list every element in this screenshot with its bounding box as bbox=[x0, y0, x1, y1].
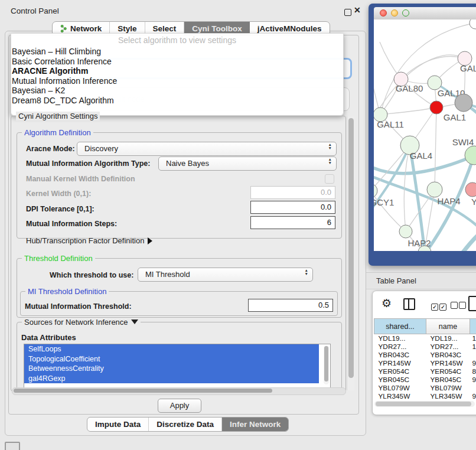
table-toolbar: ⚙ ✓✓ bbox=[372, 292, 476, 318]
apply-button[interactable]: Apply bbox=[158, 399, 201, 413]
combo-spinner-icon: ▲▼ bbox=[305, 269, 308, 275]
mi-type-combo[interactable]: Naive Bayes ▲▼ bbox=[158, 156, 337, 171]
zoom-window-icon[interactable] bbox=[402, 9, 409, 17]
column-header-shared-name[interactable]: shared... bbox=[374, 319, 426, 334]
mi-threshold-group-title: MI Threshold Definition bbox=[25, 287, 109, 296]
table-row[interactable]: YDR27...YDR27...12 bbox=[374, 343, 476, 351]
network-node[interactable] bbox=[455, 94, 472, 112]
table-cell: YBL079W bbox=[426, 384, 470, 392]
dpi-tolerance-label: DPI Tolerance [0,1]: bbox=[26, 205, 94, 213]
network-node[interactable] bbox=[399, 225, 412, 238]
network-canvas[interactable]: GALGAL80GAL10GAL1GAL11SWI4GAL4GCY1HAP4YH… bbox=[374, 19, 476, 251]
data-attributes-list[interactable]: SelfLoopsTopologicalCoefficientBetweenne… bbox=[24, 344, 331, 389]
new-table-icon[interactable] bbox=[468, 296, 476, 311]
table-row[interactable]: YBL079WYBL079W bbox=[374, 384, 476, 392]
table-row[interactable]: YDL19...YDL19...13 bbox=[374, 334, 476, 343]
table-cell: YPR145W bbox=[374, 359, 426, 367]
collapsed-panel-icon[interactable] bbox=[5, 442, 20, 450]
node-table[interactable]: shared... name YDL19...YDL19...13YDR27..… bbox=[374, 318, 476, 399]
table-row[interactable]: YBR045CYBR045C9. bbox=[374, 376, 476, 384]
table-cell: 9. bbox=[470, 359, 476, 367]
column-header-clipped[interactable] bbox=[470, 319, 476, 334]
table-cell: YDL19... bbox=[426, 334, 470, 343]
aracne-mode-combo[interactable]: Discovery ▲▼ bbox=[77, 142, 337, 156]
mi-steps-field[interactable]: 6 bbox=[250, 216, 335, 229]
float-panel-icon[interactable] bbox=[344, 9, 351, 16]
close-panel-icon[interactable]: ✕ bbox=[354, 5, 361, 15]
manual-kernel-checkbox[interactable] bbox=[325, 174, 334, 184]
scroll-thumb[interactable] bbox=[324, 346, 328, 381]
table-row[interactable]: YBR043CYBR043C bbox=[374, 351, 476, 359]
algorithm-option[interactable]: ARACNE Algorithm bbox=[11, 66, 343, 76]
settings-group-title: Cyni Algorithm Settings bbox=[16, 112, 100, 120]
network-edge bbox=[380, 107, 436, 115]
deselect-all-checkboxes-icon[interactable] bbox=[451, 301, 467, 311]
minimize-window-icon[interactable] bbox=[391, 9, 398, 17]
table-cell: 12 bbox=[470, 343, 476, 351]
table-cell: YBR045C bbox=[426, 376, 470, 384]
combo-spinner-icon: ▲▼ bbox=[328, 158, 332, 164]
bottom-tabbar: Impute Data Discretize Data Infer Networ… bbox=[87, 417, 289, 432]
which-threshold-label: Which threshold to use: bbox=[50, 271, 133, 279]
algorithm-option[interactable]: Mutual Information Inference bbox=[11, 76, 343, 86]
table-row[interactable]: YLR345WYLR345W9. bbox=[374, 392, 476, 399]
table-row[interactable]: YER054CYER054C8. bbox=[374, 367, 476, 376]
column-layout-icon[interactable] bbox=[403, 298, 415, 310]
scroll-thumb[interactable] bbox=[348, 118, 354, 378]
node-table-body: YDL19...YDL19...13YDR27...YDR27...12YBR0… bbox=[374, 334, 476, 400]
table-panel-header: Table Panel bbox=[366, 272, 476, 289]
sources-group-title[interactable]: Sources for Network Inference bbox=[22, 318, 141, 327]
network-node-label: HAP4 bbox=[437, 196, 460, 206]
which-threshold-combo[interactable]: MI Threshold ▲▼ bbox=[138, 268, 313, 282]
network-node[interactable] bbox=[465, 146, 476, 165]
network-node[interactable] bbox=[427, 182, 442, 197]
network-node[interactable] bbox=[465, 182, 476, 197]
network-node-label: SWI4 bbox=[452, 137, 474, 147]
algorithm-option[interactable]: Dream8 DC_TDC Algorithm bbox=[11, 96, 343, 106]
algorithm-option[interactable]: Bayesian – Hill Climbing bbox=[11, 47, 343, 57]
network-node[interactable] bbox=[374, 184, 377, 198]
tab-discretize-data[interactable]: Discretize Data bbox=[149, 418, 222, 431]
aracne-mode-value: Discovery bbox=[84, 144, 118, 153]
table-cell bbox=[470, 351, 476, 359]
expander-collapsed-icon bbox=[148, 237, 152, 244]
attr-items: SelfLoopsTopologicalCoefficientBetweenne… bbox=[24, 344, 330, 383]
mi-threshold-field[interactable]: 0.5 bbox=[248, 299, 333, 312]
network-window-titlebar[interactable] bbox=[374, 7, 476, 20]
kernel-width-field[interactable]: 0.0 bbox=[250, 186, 335, 199]
select-all-checkboxes-icon[interactable]: ✓✓ bbox=[431, 301, 448, 311]
column-header-name[interactable]: name bbox=[426, 319, 470, 334]
table-row[interactable]: YPR145WYPR145W9. bbox=[374, 359, 476, 367]
settings-vscrollbar[interactable] bbox=[347, 116, 354, 390]
scroll-thumb[interactable] bbox=[14, 389, 272, 393]
network-icon bbox=[60, 25, 67, 32]
table-hscrollbar[interactable] bbox=[374, 401, 475, 407]
gear-icon[interactable]: ⚙ bbox=[382, 296, 392, 310]
dpi-tolerance-field[interactable]: 0.0 bbox=[250, 201, 335, 214]
algorithm-option[interactable]: Bayesian – K2 bbox=[11, 86, 343, 96]
algorithm-dropdown-prompt: Select algorithm to view settings bbox=[11, 34, 343, 47]
table-cell: 13 bbox=[470, 334, 476, 343]
data-attribute-item[interactable]: gal4RGexp bbox=[24, 374, 319, 384]
mi-threshold-label: Mutual Information Threshold: bbox=[25, 302, 132, 311]
close-window-icon[interactable] bbox=[380, 9, 387, 17]
data-attribute-item[interactable]: BetweennessCentrality bbox=[24, 364, 319, 374]
table-cell: YPR145W bbox=[426, 359, 470, 367]
network-node[interactable] bbox=[470, 19, 476, 29]
algorithm-option[interactable]: Basic Correlation Inference bbox=[11, 57, 343, 67]
data-attributes-label: Data Attributes bbox=[21, 333, 76, 342]
hub-definition-expander[interactable]: Hub/Transcription Factor Definition bbox=[26, 236, 152, 245]
control-panel-header: Control Panel ✕ bbox=[0, 4, 366, 19]
scroll-thumb[interactable] bbox=[376, 402, 471, 406]
tab-impute-data[interactable]: Impute Data bbox=[87, 418, 149, 431]
settings-hscrollbar[interactable] bbox=[12, 387, 346, 395]
data-attribute-item[interactable]: TopologicalCoefficient bbox=[24, 354, 319, 364]
table-cell: YDR27... bbox=[426, 343, 470, 351]
tab-infer-network[interactable]: Infer Network bbox=[222, 418, 288, 431]
attributes-vscrollbar[interactable] bbox=[324, 345, 329, 384]
network-edge bbox=[461, 232, 476, 251]
table-cell: 9. bbox=[470, 392, 476, 399]
network-node[interactable] bbox=[430, 101, 443, 114]
data-attribute-item[interactable]: SelfLoops bbox=[24, 344, 319, 354]
network-node-label: GAL bbox=[460, 63, 476, 73]
